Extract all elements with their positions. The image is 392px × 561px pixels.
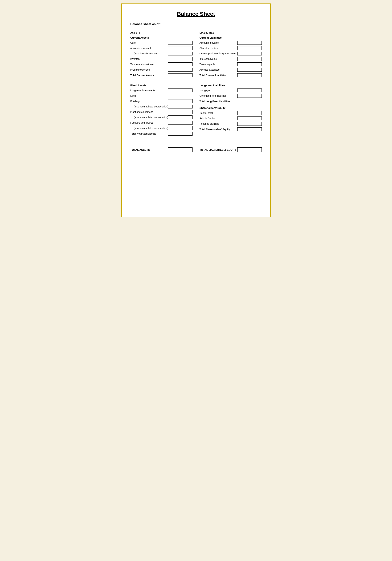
long-term-investments-input[interactable]: [168, 88, 192, 92]
less-accum-dep-plant-label: (less accumulated depreciation): [130, 116, 168, 119]
list-item: Interest payable: [200, 57, 262, 61]
furniture-fixtures-label: Furniture and fixtures: [130, 121, 168, 124]
total-current-liabilities-label: Total Current Liabilities: [200, 74, 237, 77]
total-current-assets-label: Total Current Assets: [130, 74, 168, 77]
total-current-assets-input[interactable]: [168, 73, 192, 77]
accounts-receivable-input[interactable]: [168, 46, 192, 50]
total-net-fixed-assets-row: Total Net Fixed Assets: [130, 131, 192, 136]
cash-label: Cash: [130, 41, 168, 44]
capital-stock-label: Capital stock: [200, 112, 237, 114]
interest-payable-input[interactable]: [237, 57, 262, 61]
list-item: Accounts receivable: [130, 46, 192, 50]
current-liabilities-header: Current Liabilities: [200, 36, 262, 39]
accounts-payable-label: Accounts payable: [200, 41, 237, 44]
liabilities-section-header: LIABILITIES: [200, 31, 262, 34]
mortgage-input[interactable]: [237, 88, 262, 92]
retained-earnings-label: Retained earnings: [200, 122, 237, 125]
list-item: Buildings: [130, 99, 192, 103]
less-accum-dep-buildings-input[interactable]: [168, 105, 192, 108]
fixed-assets-header: Fixed Assets: [130, 84, 192, 87]
accrued-expenses-input[interactable]: [237, 68, 262, 72]
buildings-input[interactable]: [168, 99, 192, 103]
plant-equipment-input[interactable]: [168, 110, 192, 114]
total-current-liabilities-row: Total Current Liabilities: [200, 73, 262, 77]
retained-earnings-input[interactable]: [237, 122, 262, 126]
accounts-payable-input[interactable]: [237, 41, 262, 45]
total-shareholders-equity-input[interactable]: [237, 128, 262, 131]
shareholders-equity-header: Shareholders' Equity: [200, 106, 262, 109]
interest-payable-label: Interest payable: [200, 58, 237, 60]
total-current-liabilities-input[interactable]: [237, 73, 262, 77]
current-assets-header: Current Assets: [130, 36, 192, 39]
land-label: Land: [130, 94, 168, 97]
accrued-expenses-label: Accrued expenses: [200, 68, 237, 71]
total-liabilities-equity-label: TOTAL LIABILITIES & EQUITY: [200, 148, 236, 151]
list-item: (less accumulated depreciation): [130, 115, 192, 120]
accounts-receivable-label: Accounts receivable: [130, 47, 168, 50]
list-item: (less accumulated depreciation): [130, 126, 192, 130]
list-item: Capital stock: [200, 111, 262, 115]
list-item: Taxes payable: [200, 62, 262, 67]
list-item: (less doubtful accounts): [130, 51, 192, 56]
list-item: Temporary investment: [130, 62, 192, 67]
total-current-assets-row: Total Current Assets: [130, 73, 192, 77]
furniture-fixtures-input[interactable]: [168, 121, 192, 125]
list-item: Paid in Capital: [200, 116, 262, 121]
short-term-notes-label: Short-term notes: [200, 47, 237, 50]
mortgage-label: Mortgage: [200, 89, 237, 92]
current-portion-lt-notes-input[interactable]: [237, 52, 262, 55]
other-lt-liabilities-input[interactable]: [237, 94, 262, 98]
prepaid-expenses-label: Prepaid expenses: [130, 68, 168, 71]
subtitle: Balance sheet as of :: [130, 22, 262, 26]
paid-in-capital-input[interactable]: [237, 117, 262, 120]
list-item: Accrued expenses: [200, 67, 262, 72]
total-assets-input[interactable]: [168, 147, 192, 152]
list-item: Inventory: [130, 57, 192, 61]
less-doubtful-label: (less doubtful accounts): [130, 52, 168, 55]
inventory-label: Inventory: [130, 58, 168, 60]
taxes-payable-input[interactable]: [237, 62, 262, 66]
list-item: Other long-term liabilities: [200, 94, 262, 98]
liabilities-column: LIABILITIES Current Liabilities Accounts…: [196, 31, 262, 139]
total-assets-label: TOTAL ASSETS: [130, 148, 150, 151]
cash-input[interactable]: [168, 41, 192, 45]
page-title: Balance Sheet: [130, 11, 262, 17]
prepaid-expenses-input[interactable]: [168, 68, 192, 72]
less-doubtful-input[interactable]: [168, 52, 192, 55]
land-input: [168, 94, 192, 98]
long-term-investments-label: Long-term investments: [130, 89, 168, 92]
current-portion-lt-notes-label: Current portion of long-term notes: [200, 52, 237, 55]
list-item: Furniture and fixtures: [130, 120, 192, 125]
list-item: Cash: [130, 41, 192, 45]
other-lt-liabilities-label: Other long-term liabilities: [200, 94, 237, 97]
total-net-fixed-assets-input[interactable]: [168, 132, 192, 136]
taxes-payable-label: Taxes payable: [200, 63, 237, 66]
assets-column: ASSETS Current Assets Cash Accounts rece…: [130, 31, 196, 139]
total-liabilities-equity-section: TOTAL LIABILITIES & EQUITY: [196, 143, 262, 152]
total-liabilities-equity-input[interactable]: [237, 147, 262, 152]
plant-equipment-label: Plant and equipment: [130, 111, 168, 113]
temporary-investment-label: Temporary investment: [130, 63, 168, 66]
temporary-investment-input[interactable]: [168, 62, 192, 66]
less-accum-dep-buildings-label: (less accumulated depreciation): [130, 105, 168, 108]
list-item: Current portion of long-term notes: [200, 51, 262, 56]
paid-in-capital-label: Paid in Capital: [200, 117, 237, 120]
short-term-notes-input[interactable]: [237, 46, 262, 50]
list-item: Plant and equipment: [130, 110, 192, 114]
capital-stock-input[interactable]: [237, 111, 262, 115]
grand-totals-section: TOTAL ASSETS TOTAL LIABILITIES & EQUITY: [130, 143, 262, 152]
less-accum-dep-furniture-label: (less accumulated depreciation): [130, 127, 168, 129]
less-accum-dep-furniture-input[interactable]: [168, 126, 192, 130]
list-item: Long-term investments: [130, 88, 192, 93]
total-lt-liabilities-row: Total Long-Term Liabilities: [200, 99, 262, 104]
buildings-label: Buildings: [130, 100, 168, 103]
list-item: (less accumulated depreciation): [130, 104, 192, 109]
list-item: Land: [130, 94, 192, 98]
inventory-input[interactable]: [168, 57, 192, 61]
total-net-fixed-assets-label: Total Net Fixed Assets: [130, 132, 168, 135]
total-lt-liabilities-spacer: [237, 99, 262, 103]
less-accum-dep-plant-input[interactable]: [168, 115, 192, 119]
total-shareholders-equity-row: Total Shareholders' Equity: [200, 127, 262, 132]
list-item: Short-term notes: [200, 46, 262, 50]
assets-section-header: ASSETS: [130, 31, 192, 34]
